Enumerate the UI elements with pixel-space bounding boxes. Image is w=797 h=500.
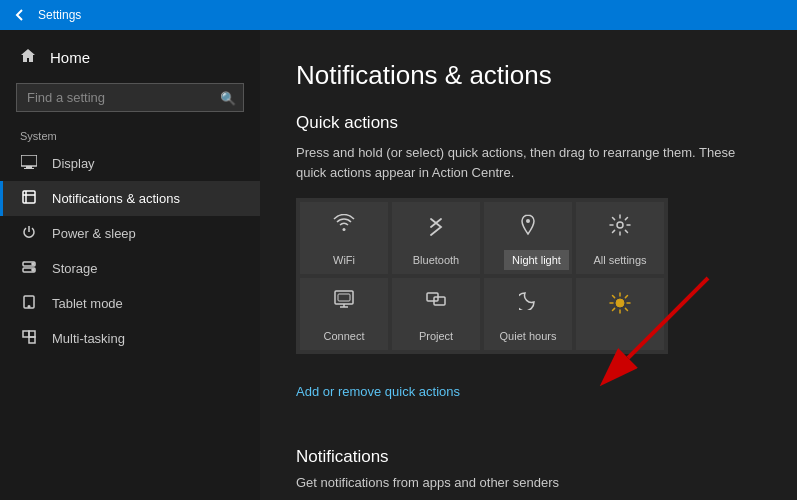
svg-rect-3 bbox=[23, 191, 35, 203]
app-title: Settings bbox=[38, 8, 81, 22]
project-label: Project bbox=[419, 330, 453, 342]
notifications-label: Notifications & actions bbox=[52, 191, 180, 206]
svg-point-11 bbox=[28, 306, 30, 308]
storage-icon bbox=[20, 260, 38, 277]
moon-icon bbox=[519, 290, 537, 315]
back-button[interactable] bbox=[10, 5, 30, 25]
qa-tile-allsettings[interactable]: All settings bbox=[576, 202, 664, 274]
tablet-icon bbox=[20, 295, 38, 312]
location-icon bbox=[519, 214, 537, 241]
display-label: Display bbox=[52, 156, 95, 171]
svg-point-16 bbox=[617, 222, 623, 228]
search-icon: 🔍 bbox=[220, 90, 236, 105]
svg-rect-1 bbox=[26, 166, 32, 168]
svg-rect-13 bbox=[29, 337, 35, 343]
power-label: Power & sleep bbox=[52, 226, 136, 241]
sidebar-item-storage[interactable]: Storage bbox=[0, 251, 260, 286]
search-input[interactable] bbox=[16, 83, 244, 112]
svg-rect-14 bbox=[29, 331, 35, 337]
tablet-label: Tablet mode bbox=[52, 296, 123, 311]
sun-icon bbox=[609, 292, 631, 319]
quick-actions-desc: Press and hold (or select) quick actions… bbox=[296, 143, 756, 182]
sidebar-item-display[interactable]: Display bbox=[0, 146, 260, 181]
svg-point-9 bbox=[32, 269, 34, 271]
qa-tile-location[interactable]: Location bbox=[484, 202, 572, 274]
qa-tile-project[interactable]: Project bbox=[392, 278, 480, 350]
qa-tile-bluetooth[interactable]: Bluetooth bbox=[392, 202, 480, 274]
bluetooth-label: Bluetooth bbox=[413, 254, 459, 266]
location-label: Location bbox=[507, 254, 549, 266]
svg-rect-2 bbox=[24, 168, 34, 169]
connect-label: Connect bbox=[324, 330, 365, 342]
qa-tile-nightlight[interactable] bbox=[576, 278, 664, 350]
quick-actions-title: Quick actions bbox=[296, 113, 761, 133]
quick-actions-grid: WiFi Bluetooth bbox=[296, 198, 668, 354]
sidebar-item-power[interactable]: Power & sleep bbox=[0, 216, 260, 251]
quiethours-label: Quiet hours bbox=[500, 330, 557, 342]
wifi-icon bbox=[333, 214, 355, 237]
wifi-label: WiFi bbox=[333, 254, 355, 266]
add-remove-link[interactable]: Add or remove quick actions bbox=[296, 384, 460, 399]
svg-rect-12 bbox=[23, 331, 29, 337]
multitasking-label: Multi-tasking bbox=[52, 331, 125, 346]
svg-point-8 bbox=[32, 263, 34, 265]
connect-icon bbox=[334, 290, 354, 313]
sidebar: Home 🔍 System Display bbox=[0, 30, 260, 500]
app-body: Home 🔍 System Display bbox=[0, 30, 797, 500]
home-label: Home bbox=[50, 49, 90, 66]
sidebar-item-multitasking[interactable]: Multi-tasking bbox=[0, 321, 260, 356]
qa-tile-quiethours[interactable]: Quiet hours bbox=[484, 278, 572, 350]
project-icon bbox=[426, 290, 446, 313]
display-icon bbox=[20, 155, 38, 172]
notifications-section-desc: Get notifications from apps and other se… bbox=[296, 475, 756, 490]
sidebar-item-tablet[interactable]: Tablet mode bbox=[0, 286, 260, 321]
notifications-icon bbox=[20, 190, 38, 207]
page-title: Notifications & actions bbox=[296, 60, 761, 91]
qa-tile-wifi[interactable]: WiFi bbox=[300, 202, 388, 274]
svg-point-21 bbox=[616, 299, 624, 307]
multitasking-icon bbox=[20, 330, 38, 347]
allsettings-label: All settings bbox=[593, 254, 646, 266]
search-box[interactable]: 🔍 bbox=[16, 83, 244, 112]
sidebar-item-notifications[interactable]: Notifications & actions bbox=[0, 181, 260, 216]
svg-rect-0 bbox=[21, 155, 37, 166]
notifications-section-title: Notifications bbox=[296, 447, 761, 467]
title-bar: Settings bbox=[0, 0, 797, 30]
home-icon bbox=[20, 48, 36, 67]
power-icon bbox=[20, 225, 38, 242]
content-area: Notifications & actions Quick actions Pr… bbox=[260, 30, 797, 500]
bluetooth-icon bbox=[428, 214, 444, 241]
qa-tile-connect[interactable]: Connect bbox=[300, 278, 388, 350]
gear-icon bbox=[609, 214, 631, 241]
sidebar-section-system: System bbox=[0, 120, 260, 146]
svg-rect-18 bbox=[338, 294, 350, 301]
storage-label: Storage bbox=[52, 261, 98, 276]
sidebar-item-home[interactable]: Home bbox=[0, 40, 260, 75]
svg-point-15 bbox=[526, 219, 530, 223]
